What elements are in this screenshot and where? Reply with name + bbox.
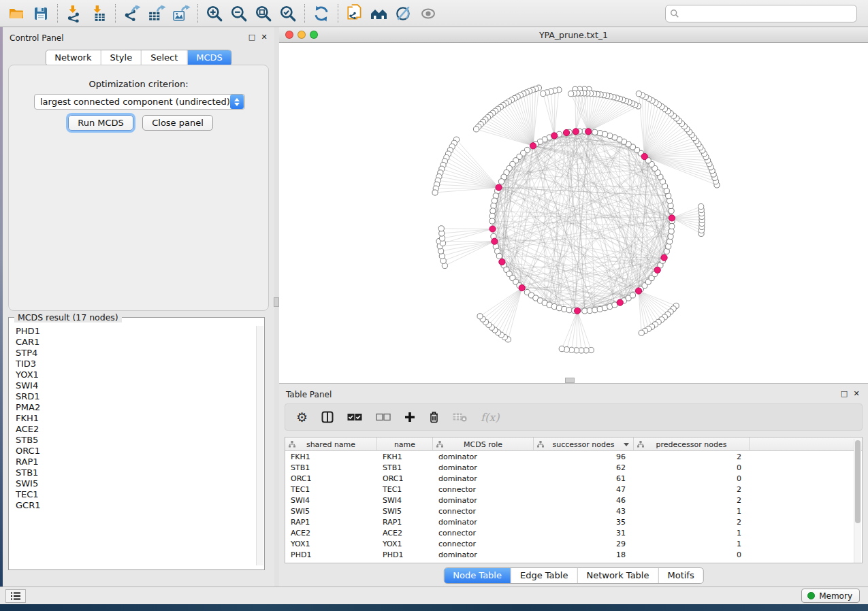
table-row[interactable]: SWI5SWI5connector431 (285, 506, 862, 516)
zoom-fit-icon[interactable] (251, 3, 276, 24)
horizontal-splitter-handle[interactable] (565, 378, 575, 383)
table-cell[interactable]: 29 (534, 540, 634, 548)
table-cell[interactable]: 43 (534, 507, 634, 516)
table-cell[interactable]: FKH1 (377, 452, 433, 461)
table-cell[interactable]: 61 (534, 474, 634, 483)
vertical-splitter[interactable] (274, 27, 279, 587)
column-header-name[interactable]: name (377, 437, 433, 451)
import-network-icon[interactable] (62, 3, 86, 24)
mcds-result-item[interactable]: TEC1 (10, 489, 257, 500)
mcds-result-item[interactable]: SWI5 (10, 478, 257, 489)
table-cell[interactable]: connector (433, 529, 534, 538)
table-cell[interactable]: TEC1 (285, 485, 377, 494)
float-panel-icon[interactable]: □ (247, 33, 257, 42)
mcds-result-item[interactable]: STB5 (10, 435, 257, 446)
show-all-icon[interactable] (367, 3, 391, 24)
mcds-result-item[interactable]: TID3 (10, 359, 257, 369)
table-row[interactable]: FKH1FKH1dominator962 (285, 451, 862, 462)
close-panel-icon[interactable]: ✕ (259, 33, 269, 42)
table-cell[interactable]: 47 (534, 485, 634, 494)
table-row[interactable]: YOX1YOX1connector291 (285, 538, 862, 549)
tab-node-table[interactable]: Node Table (444, 568, 511, 583)
tab-mcds[interactable]: MCDS (187, 50, 231, 65)
memory-button[interactable]: Memory (801, 589, 860, 603)
network-canvas[interactable] (279, 43, 868, 383)
table-cell[interactable]: 2 (634, 518, 750, 527)
table-cell[interactable]: dominator (433, 452, 534, 461)
table-cell[interactable]: 1 (634, 529, 750, 538)
table-cell[interactable]: connector (433, 540, 534, 548)
table-cell[interactable]: 0 (634, 463, 750, 472)
table-cell[interactable]: RAP1 (285, 518, 377, 527)
unselect-all-columns-icon[interactable] (376, 408, 391, 426)
table-cell[interactable]: SWI4 (285, 496, 377, 505)
close-table-panel-icon[interactable]: ✕ (852, 389, 861, 398)
table-cell[interactable]: ACE2 (285, 529, 377, 538)
mcds-result-item[interactable]: STB1 (10, 467, 257, 478)
select-all-columns-icon[interactable] (347, 408, 362, 426)
mcds-result-item[interactable]: FKH1 (10, 413, 257, 424)
vertical-splitter-handle[interactable] (274, 297, 279, 307)
table-cell[interactable]: SWI5 (285, 507, 377, 516)
mcds-result-item[interactable]: ACE2 (10, 424, 257, 435)
delete-column-trash-icon[interactable] (429, 408, 439, 426)
export-image-icon[interactable] (169, 3, 193, 24)
table-cell[interactable]: RAP1 (377, 518, 433, 527)
tab-network-table[interactable]: Network Table (577, 568, 658, 583)
table-cell[interactable]: PHD1 (285, 550, 377, 559)
network-graph[interactable] (279, 43, 868, 383)
show-hidden-icon[interactable] (416, 3, 440, 24)
float-table-panel-icon[interactable]: □ (839, 389, 849, 398)
column-header-mcds-role[interactable]: MCDS role (433, 437, 534, 451)
refresh-icon[interactable] (309, 3, 334, 24)
table-settings-gear-icon[interactable]: ⚙ (296, 408, 308, 426)
search-input[interactable] (682, 7, 852, 20)
table-cell[interactable]: connector (433, 485, 534, 494)
table-scrollbar-thumb[interactable] (855, 440, 861, 523)
table-row[interactable]: SWI4SWI4dominator462 (285, 495, 862, 506)
table-cell[interactable]: 1 (634, 540, 750, 548)
mcds-result-item[interactable]: PHD1 (10, 326, 257, 337)
zoom-in-icon[interactable] (202, 3, 227, 24)
table-cell[interactable]: dominator (433, 463, 534, 472)
table-cell[interactable]: TEC1 (377, 485, 433, 494)
table-cell[interactable]: STB1 (285, 463, 377, 472)
tab-select[interactable]: Select (141, 50, 187, 65)
mcds-result-item[interactable]: SWI4 (10, 380, 257, 391)
optimization-criterion-select[interactable]: largest connected component (undirected) (34, 94, 245, 110)
table-row[interactable]: STB1STB1dominator620 (285, 462, 862, 473)
table-cell[interactable]: 0 (634, 474, 750, 483)
hide-selected-icon[interactable] (391, 3, 416, 24)
tab-style[interactable]: Style (100, 50, 141, 65)
table-cell[interactable]: YOX1 (377, 540, 433, 548)
table-cell[interactable]: YOX1 (285, 540, 377, 548)
table-cell[interactable]: connector (433, 507, 534, 516)
table-cell[interactable]: PHD1 (377, 550, 433, 559)
mcds-result-item[interactable]: RAP1 (10, 457, 257, 467)
table-cell[interactable]: ACE2 (377, 529, 433, 538)
tab-motifs[interactable]: Motifs (658, 568, 703, 583)
mcds-result-item[interactable]: ORC1 (10, 446, 257, 457)
table-row[interactable]: ORC1ORC1dominator610 (285, 473, 862, 484)
zoom-selected-icon[interactable] (276, 3, 300, 24)
table-cell[interactable]: SWI4 (377, 496, 433, 505)
table-cell[interactable]: ORC1 (285, 474, 377, 483)
run-mcds-button[interactable]: Run MCDS (68, 115, 133, 131)
table-row[interactable]: ACE2ACE2connector311 (285, 527, 862, 538)
table-cell[interactable]: dominator (433, 550, 534, 559)
zoom-out-icon[interactable] (227, 3, 251, 24)
table-cell[interactable]: 2 (634, 452, 750, 461)
mcds-result-item[interactable]: YOX1 (10, 369, 257, 380)
import-table-icon[interactable] (86, 3, 111, 24)
network-window-titlebar[interactable]: YPA_prune.txt_1 (279, 27, 868, 43)
mcds-result-item[interactable]: SRD1 (10, 391, 257, 402)
table-cell[interactable]: FKH1 (285, 452, 377, 461)
mcds-result-item[interactable]: STP4 (10, 348, 257, 359)
column-header-shared-name[interactable]: shared name (285, 437, 377, 451)
table-cell[interactable]: 18 (534, 550, 634, 559)
table-cell[interactable]: SWI5 (377, 507, 433, 516)
table-cell[interactable]: dominator (433, 518, 534, 527)
table-cell[interactable]: dominator (433, 474, 534, 483)
table-row[interactable]: PHD1PHD1dominator180 (285, 549, 862, 560)
export-network-icon[interactable] (120, 3, 144, 24)
